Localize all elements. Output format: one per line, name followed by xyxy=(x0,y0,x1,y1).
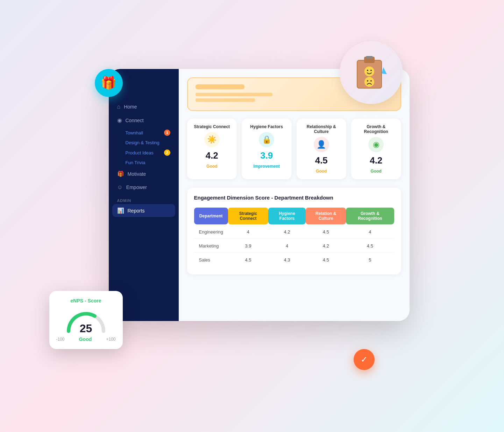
strategic-title: Strategic Connect xyxy=(194,124,230,129)
promo-line2 xyxy=(196,98,255,102)
cell-relation: 4.2 xyxy=(306,240,346,252)
relation-icon: 👤 xyxy=(314,137,329,152)
hygiene-value: 3.9 xyxy=(260,150,273,161)
hygiene-label: Improvement xyxy=(254,164,280,169)
svg-point-3 xyxy=(364,67,374,76)
table-row: Engineering 4 4.2 4.5 4 xyxy=(194,226,394,238)
svg-point-6 xyxy=(364,77,374,87)
reports-icon: 📊 xyxy=(117,207,124,214)
enps-min: -100 xyxy=(56,337,65,342)
promo-line1 xyxy=(196,93,272,96)
home-icon: ⌂ xyxy=(117,104,121,110)
cell-dept: Sales xyxy=(194,254,228,266)
sidebar-item-motivate[interactable]: 🎁 Motivate xyxy=(112,167,175,180)
cell-strategic: 3.9 xyxy=(228,240,268,252)
promo-title xyxy=(196,84,244,89)
hygiene-title: Hygiene Factors xyxy=(250,124,283,129)
breakdown-table: Department Strategic Connect Hygiene Fac… xyxy=(194,206,394,267)
breakdown-title: Engagement Dimension Score - Department … xyxy=(194,195,394,201)
table-row: Marketing 3.9 4 4.2 4.5 xyxy=(194,240,394,252)
empower-icon: ☺ xyxy=(117,184,123,190)
relation-label: Good xyxy=(316,169,327,174)
score-card-strategic: Strategic Connect ☀️ 4.2 Good xyxy=(187,119,237,179)
growth-label: Good xyxy=(371,169,382,174)
gift-icon: 🎁 xyxy=(95,69,123,97)
score-card-growth: Growth & Recognition ◉ 4.2 Good xyxy=(351,119,401,179)
cell-strategic: 4 xyxy=(228,226,268,238)
growth-value: 4.2 xyxy=(370,155,382,166)
breakdown-section: Engagement Dimension Score - Department … xyxy=(187,188,401,274)
sidebar-item-product-ideas[interactable]: Product Ideas 2 xyxy=(112,147,175,158)
connect-icon: ◉ xyxy=(117,117,122,124)
relation-title: Relationship & Culture xyxy=(302,124,341,134)
cell-relation: 4.5 xyxy=(306,226,346,238)
col-dept: Department xyxy=(194,208,228,224)
enps-score: 25 xyxy=(80,322,92,335)
sidebar-item-connect[interactable]: ◉ Connect xyxy=(112,114,175,127)
svg-point-7 xyxy=(367,80,368,82)
cell-growth: 4.5 xyxy=(346,240,394,252)
enps-gauge: 25 xyxy=(63,308,109,333)
product-badge: 2 xyxy=(164,149,170,156)
main-content: Strategic Connect ☀️ 4.2 Good Hygiene Fa… xyxy=(179,69,410,321)
cell-growth: 5 xyxy=(346,254,394,266)
hygiene-icon: 🔒 xyxy=(259,132,274,147)
enps-title: eNPS - Score xyxy=(56,298,116,304)
score-card-hygiene: Hygiene Factors 🔒 3.9 Improvement xyxy=(242,119,292,179)
app-window: ⌂ Home ◉ Connect Townhall 3 Design & Tes… xyxy=(109,69,410,321)
relation-value: 4.5 xyxy=(315,155,328,166)
table-row: Sales 4.5 4.3 4.5 5 xyxy=(194,254,394,266)
growth-icon: ◉ xyxy=(368,137,384,152)
growth-title: Growth & Recognition xyxy=(357,124,396,134)
enps-max: +100 xyxy=(106,337,115,342)
cell-dept: Engineering xyxy=(194,226,228,238)
svg-rect-2 xyxy=(366,56,373,59)
strategic-label: Good xyxy=(206,164,217,169)
col-strategic: Strategic Connect xyxy=(228,208,268,224)
enps-card: eNPS - Score 25 -100 Good +100 xyxy=(49,291,123,349)
cell-growth: 4 xyxy=(346,226,394,238)
score-cards-row: Strategic Connect ☀️ 4.2 Good Hygiene Fa… xyxy=(187,119,401,179)
sidebar-item-townhall[interactable]: Townhall 3 xyxy=(112,127,175,138)
enps-range: -100 Good +100 xyxy=(56,336,116,342)
motivate-icon: 🎁 xyxy=(117,170,124,177)
cell-hygiene: 4.3 xyxy=(268,254,306,266)
strategic-value: 4.2 xyxy=(206,150,218,161)
svg-point-5 xyxy=(370,70,372,71)
townhall-badge: 3 xyxy=(164,130,170,136)
cell-hygiene: 4.2 xyxy=(268,226,306,238)
cell-strategic: 4.5 xyxy=(228,254,268,266)
admin-label: ADMIN xyxy=(112,194,175,204)
cell-dept: Marketing xyxy=(194,240,228,252)
sidebar-item-reports[interactable]: 📊 Reports xyxy=(112,204,175,217)
svg-point-8 xyxy=(370,80,372,82)
sidebar-item-empower[interactable]: ☺ Empower xyxy=(112,181,175,194)
col-growth: Growth & Recognition xyxy=(346,208,394,224)
strategic-icon: ☀️ xyxy=(204,132,220,147)
col-hygiene: Hygiene Factors xyxy=(268,208,306,224)
cell-relation: 4.5 xyxy=(306,254,346,266)
sidebar-item-design[interactable]: Design & Testing xyxy=(112,138,175,147)
sidebar-item-home[interactable]: ⌂ Home xyxy=(112,100,175,113)
clipboard-icon xyxy=(340,41,403,104)
sidebar: ⌂ Home ◉ Connect Townhall 3 Design & Tes… xyxy=(109,69,179,321)
sidebar-item-fun-trivia[interactable]: Fun Trivia xyxy=(112,158,175,167)
score-card-relation: Relationship & Culture 👤 4.5 Good xyxy=(297,119,347,179)
orange-action-button[interactable]: ✓ xyxy=(354,349,375,370)
cell-hygiene: 4 xyxy=(268,240,306,252)
col-relation: Relation & Culture xyxy=(306,208,346,224)
svg-point-4 xyxy=(367,70,368,71)
enps-good-label: Good xyxy=(79,336,92,342)
